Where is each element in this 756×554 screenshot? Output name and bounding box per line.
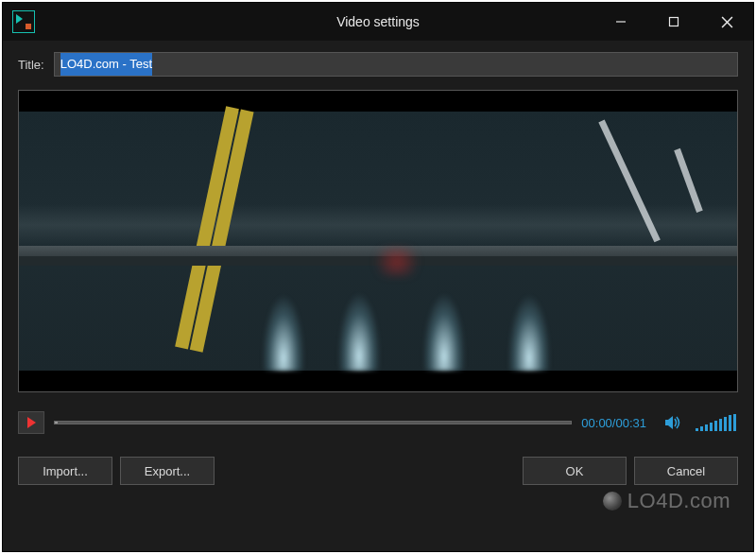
svg-rect-1 <box>670 18 679 26</box>
volume-slider[interactable] <box>696 414 736 431</box>
import-button[interactable]: Import... <box>18 457 112 485</box>
content-area: Title: LO4D.com - Test <box>3 41 753 551</box>
volume-icon[interactable] <box>663 414 682 431</box>
play-button[interactable] <box>18 411 44 434</box>
minimize-button[interactable] <box>594 3 647 41</box>
title-input-value: LO4D.com - Test <box>60 53 152 76</box>
cancel-button[interactable]: Cancel <box>634 457 738 485</box>
export-button[interactable]: Export... <box>120 457 215 485</box>
close-button[interactable] <box>700 3 753 41</box>
window-controls <box>594 3 753 41</box>
play-icon <box>27 417 36 428</box>
title-label: Title: <box>18 58 44 72</box>
bottom-buttons: Import... Export... OK Cancel <box>18 457 738 485</box>
video-preview[interactable] <box>18 90 738 392</box>
time-display: 00:00/00:31 <box>581 416 646 430</box>
titlebar[interactable]: Video settings <box>3 3 753 41</box>
seek-bar[interactable] <box>54 421 572 424</box>
maximize-button[interactable] <box>647 3 700 41</box>
title-row: Title: LO4D.com - Test <box>18 52 738 77</box>
video-settings-window: Video settings Title: LO4D.com - Test <box>2 2 754 552</box>
app-icon <box>12 10 35 33</box>
title-input[interactable]: LO4D.com - Test <box>54 52 738 77</box>
playback-controls: 00:00/00:31 <box>18 409 738 436</box>
seek-progress <box>55 422 58 424</box>
ok-button[interactable]: OK <box>523 457 627 485</box>
